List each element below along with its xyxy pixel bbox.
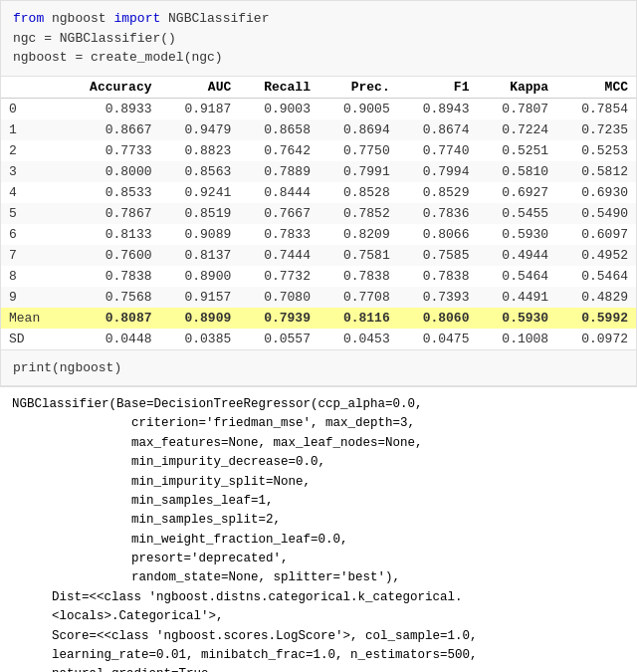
print-statement: print(ngboost) xyxy=(13,360,121,375)
row-cell: 0.8823 xyxy=(160,140,240,161)
ngbc-param-8: presort='deprecated', xyxy=(12,550,625,568)
col-header-prec: Prec. xyxy=(318,77,398,99)
code-line-3: ngboost = create_model(ngc) xyxy=(13,48,624,68)
row-cell: 0.7838 xyxy=(318,266,398,287)
results-table: Accuracy AUC Recall Prec. F1 Kappa MCC 0… xyxy=(1,77,636,349)
mean-cell: 0.8060 xyxy=(398,308,478,329)
row-cell: 0.9187 xyxy=(160,98,240,119)
row-cell: 0.7838 xyxy=(61,266,160,287)
row-cell: 0.5810 xyxy=(477,161,556,182)
row-cell: 0.7991 xyxy=(318,161,398,182)
table-row: 30.80000.85630.78890.79910.79940.58100.5… xyxy=(1,161,636,182)
row-cell: 0.9479 xyxy=(160,119,240,140)
row-cell: 0.9089 xyxy=(160,224,240,245)
row-cell: 0.8133 xyxy=(61,224,160,245)
row-cell: 0.8533 xyxy=(61,182,160,203)
row-cell: 0.5455 xyxy=(477,203,556,224)
row-cell: 0.6930 xyxy=(556,182,636,203)
row-index: 2 xyxy=(1,140,61,161)
row-cell: 0.7807 xyxy=(477,98,556,119)
row-cell: 0.7600 xyxy=(61,245,160,266)
ngbc-output-block: NGBClassifier(Base=DecisionTreeRegressor… xyxy=(0,386,637,672)
row-cell: 0.8519 xyxy=(160,203,240,224)
ngbc-param-4: min_impurity_split=None, xyxy=(12,473,625,492)
sd-cell: 0.0453 xyxy=(318,329,398,349)
row-cell: 0.9003 xyxy=(239,98,318,119)
import-code-block: from ngboost import NGBClassifier ngc = … xyxy=(0,0,637,77)
ngbc-score: Score=<<class 'ngboost.scores.LogScore'>… xyxy=(12,627,625,646)
row-index: 8 xyxy=(1,266,61,287)
row-cell: 0.7852 xyxy=(318,203,398,224)
mean-label: Mean xyxy=(1,308,61,329)
row-index: 7 xyxy=(1,245,61,266)
row-cell: 0.7642 xyxy=(239,140,318,161)
row-cell: 0.8658 xyxy=(239,119,318,140)
col-header-auc: AUC xyxy=(160,77,240,99)
row-cell: 0.8444 xyxy=(239,182,318,203)
row-cell: 0.7994 xyxy=(398,161,478,182)
table-row: 50.78670.85190.76670.78520.78360.54550.5… xyxy=(1,203,636,224)
row-cell: 0.8694 xyxy=(318,119,398,140)
row-cell: 0.7740 xyxy=(398,140,478,161)
row-cell: 0.5253 xyxy=(556,140,636,161)
row-cell: 0.7667 xyxy=(239,203,318,224)
table-row: 10.86670.94790.86580.86940.86740.72240.7… xyxy=(1,119,636,140)
row-cell: 0.8528 xyxy=(318,182,398,203)
row-index: 0 xyxy=(1,98,61,119)
sd-label: SD xyxy=(1,329,61,349)
row-cell: 0.4952 xyxy=(556,245,636,266)
row-cell: 0.7585 xyxy=(398,245,478,266)
row-cell: 0.8137 xyxy=(160,245,240,266)
table-row: 70.76000.81370.74440.75810.75850.49440.4… xyxy=(1,245,636,266)
sd-cell: 0.1008 xyxy=(477,329,556,349)
table-row: 60.81330.90890.78330.82090.80660.59300.6… xyxy=(1,224,636,245)
col-header-kappa: Kappa xyxy=(477,77,556,99)
row-cell: 0.5930 xyxy=(477,224,556,245)
table-row: 20.77330.88230.76420.77500.77400.52510.5… xyxy=(1,140,636,161)
row-cell: 0.9241 xyxy=(160,182,240,203)
row-index: 4 xyxy=(1,182,61,203)
row-cell: 0.8563 xyxy=(160,161,240,182)
col-header-f1: F1 xyxy=(398,77,478,99)
table-row: 90.75680.91570.70800.77080.73930.44910.4… xyxy=(1,287,636,308)
ngbc-line1: NGBClassifier(Base=DecisionTreeRegressor… xyxy=(12,395,625,414)
row-cell: 0.6097 xyxy=(556,224,636,245)
row-cell: 0.8667 xyxy=(61,119,160,140)
ngbc-param-1: criterion='friedman_mse', max_depth=3, xyxy=(12,414,625,433)
ngbc-param-2: max_features=None, max_leaf_nodes=None, xyxy=(12,434,625,453)
row-cell: 0.9157 xyxy=(160,287,240,308)
table-row: 00.89330.91870.90030.90050.89430.78070.7… xyxy=(1,98,636,119)
row-cell: 0.5464 xyxy=(556,266,636,287)
code-line-1: from ngboost import NGBClassifier xyxy=(13,9,624,29)
table-row: 80.78380.89000.77320.78380.78380.54640.5… xyxy=(1,266,636,287)
row-index: 3 xyxy=(1,161,61,182)
sd-cell: 0.0448 xyxy=(61,329,160,349)
ngbc-param-7: min_weight_fraction_leaf=0.0, xyxy=(12,531,625,550)
ngbc-param-9: random_state=None, splitter='best'), xyxy=(12,568,625,587)
mean-cell: 0.7939 xyxy=(239,308,318,329)
code-line-2: ngc = NGBClassifier() xyxy=(13,29,624,49)
mean-row: Mean0.80870.89090.79390.81160.80600.5930… xyxy=(1,308,636,329)
sd-cell: 0.0972 xyxy=(556,329,636,349)
col-header-mcc: MCC xyxy=(556,77,636,99)
print-code-block: print(ngboost) xyxy=(0,350,637,387)
row-index: 5 xyxy=(1,203,61,224)
row-cell: 0.7235 xyxy=(556,119,636,140)
row-cell: 0.7732 xyxy=(239,266,318,287)
ngbc-param-6: min_samples_split=2, xyxy=(12,511,625,530)
col-header-recall: Recall xyxy=(239,77,318,99)
ngbc-param-5: min_samples_leaf=1, xyxy=(12,492,625,511)
row-cell: 0.7708 xyxy=(318,287,398,308)
ngbc-learning: learning_rate=0.01, minibatch_frac=1.0, … xyxy=(12,646,625,665)
col-header-accuracy: Accuracy xyxy=(61,77,160,99)
row-cell: 0.7581 xyxy=(318,245,398,266)
row-cell: 0.8066 xyxy=(398,224,478,245)
sd-cell: 0.0557 xyxy=(239,329,318,349)
sd-cell: 0.0475 xyxy=(398,329,478,349)
row-cell: 0.7224 xyxy=(477,119,556,140)
row-cell: 0.7393 xyxy=(398,287,478,308)
results-table-section: Accuracy AUC Recall Prec. F1 Kappa MCC 0… xyxy=(0,77,637,350)
mean-cell: 0.8087 xyxy=(61,308,160,329)
mean-cell: 0.5930 xyxy=(477,308,556,329)
row-index: 6 xyxy=(1,224,61,245)
